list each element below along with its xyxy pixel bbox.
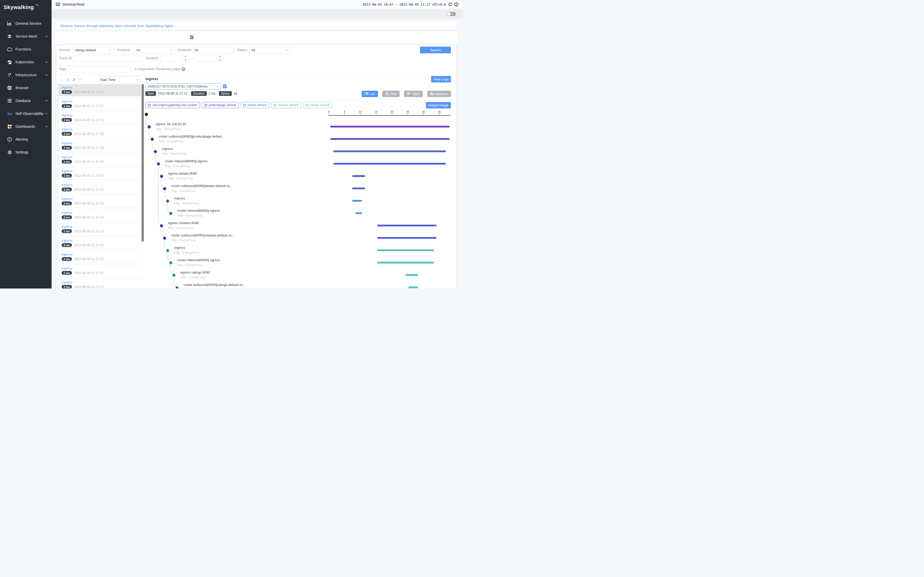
sidebar-item-infrastructure[interactable]: Infrastructure [0, 69, 52, 81]
sidebar-item-self-observability[interactable]: Sw Self Observability [0, 107, 52, 120]
sidebar-item-database[interactable]: Database [0, 94, 52, 107]
span-title[interactable]: egress 34.126.82.50 [156, 122, 186, 126]
view-mode-button[interactable]: List [362, 91, 378, 97]
status-select[interactable]: All [249, 47, 291, 53]
trace-list-item[interactable]: ingress 1 ms 2022-08-05 11:17:22 [57, 265, 141, 277]
span-dot[interactable] [163, 187, 166, 190]
trace-list-item[interactable]: ingress 1 ms 2022-08-05 11:17:25 [57, 153, 141, 166]
span-duration-bar[interactable] [409, 287, 418, 288]
trace-name-link[interactable]: ingress [61, 280, 141, 284]
trace-list-item[interactable]: ingress 2 ms 2022-08-05 11:17:24 [57, 195, 141, 208]
trace-list-item[interactable]: ingress 2 ms 2022-08-05 11:17:26 [57, 126, 141, 138]
span-duration-bar[interactable] [405, 274, 418, 276]
sidebar-item-settings[interactable]: Settings [0, 146, 52, 159]
prev-page-button[interactable]: ‹ [58, 77, 65, 81]
span-title[interactable]: router inbound|9080|| egress [165, 159, 208, 163]
span-dot[interactable] [160, 175, 163, 178]
duration-min-input[interactable] [161, 55, 189, 61]
trace-list-item[interactable]: ingress 2 ms 2022-08-05 11:17:27 [57, 84, 141, 96]
span-dot[interactable] [166, 199, 170, 203]
span-duration-bar[interactable] [333, 150, 446, 152]
duration-max-input[interactable] [195, 55, 223, 61]
help-icon[interactable]: ? [181, 67, 185, 71]
trace-list-item[interactable]: ingress 2 ms 2022-08-05 11:17:24 [57, 209, 141, 221]
trace-name-link[interactable]: ingress [61, 266, 141, 270]
trace-list-item[interactable]: ingress 2 ms 2022-08-05 11:17:25 [57, 168, 141, 180]
sidebar-item-kubernetes[interactable]: Kubernetes [0, 56, 52, 69]
trace-list-item[interactable]: ingress 2 ms 2022-08-05 11:17:22 [57, 279, 141, 288]
span-duration-bar[interactable] [352, 187, 365, 189]
service-select[interactable]: ratings.default [73, 47, 114, 53]
trace-name-link[interactable]: ingress [61, 169, 141, 173]
clipboard-icon[interactable] [190, 35, 194, 39]
trace-name-link[interactable]: ingress [61, 197, 141, 201]
trace-list-item[interactable]: ingress 2 ms 2022-08-05 11:17:23 [57, 237, 141, 249]
span-title[interactable]: router outbound|9080||reviews.default.sv… [171, 234, 234, 237]
sidebar-item-dashboards[interactable]: Dashboards [0, 120, 52, 133]
span-duration-bar[interactable] [330, 126, 450, 127]
span-dot[interactable] [175, 286, 179, 288]
span-title[interactable]: ingress [174, 196, 185, 200]
trace-name-link[interactable]: ingress [61, 225, 141, 229]
sidebar-item-functions[interactable]: Functions [0, 43, 52, 56]
span-dot[interactable] [153, 150, 157, 153]
span-dot[interactable] [172, 274, 176, 277]
trace-list-item[interactable]: ingress 2 ms 2022-08-05 11:17:22 [57, 251, 141, 263]
trace-list-item[interactable]: ingress 1 ms 2022-08-05 11:17:23 [57, 223, 141, 235]
span-duration-bar[interactable] [333, 163, 446, 164]
refresh-icon[interactable] [448, 2, 452, 6]
tags-input[interactable] [69, 66, 131, 73]
trace-list-item[interactable]: ingress 2 ms 2022-08-05 11:17:25 [57, 181, 141, 194]
span-duration-bar[interactable] [377, 225, 436, 226]
span-title[interactable]: egress ratings:9080 [181, 271, 210, 274]
span-dot[interactable] [169, 261, 173, 264]
trace-id-input[interactable] [74, 55, 142, 61]
span-dot[interactable] [169, 212, 173, 215]
trace-name-link[interactable]: ingress [61, 113, 141, 117]
span-dot[interactable] [166, 249, 170, 252]
version-toggle[interactable]: V [447, 12, 456, 16]
instance-select[interactable]: All [134, 47, 175, 53]
view-logs-button[interactable]: View Logs [431, 76, 451, 82]
span-title[interactable]: ingress [162, 147, 173, 151]
copy-trace-id-icon[interactable] [223, 84, 227, 90]
trace-id-select[interactable]: 494f5257-3070-4f78-9761-72677543644a [145, 84, 221, 90]
search-button[interactable]: Search [420, 47, 451, 53]
span-title[interactable]: router inbound|9080|| egress [178, 258, 220, 262]
page-number[interactable]: 1 [65, 77, 71, 81]
trace-name-link[interactable]: ingress [61, 155, 141, 159]
span-title[interactable]: router outbound|9080||productpage.defaul… [159, 134, 224, 138]
span-title[interactable]: router outbound|9080||details.default.sv… [171, 184, 233, 188]
trace-name-link[interactable]: ingress [61, 127, 141, 131]
scrollbar-thumb[interactable] [142, 84, 144, 242]
vocabulary-link[interactable]: Configuration Vocabulary page ? [134, 66, 185, 73]
span-title[interactable]: egress details:9080 [168, 172, 197, 176]
service-legend-chip[interactable]: productpage.default [202, 102, 239, 108]
spinner-controls[interactable] [217, 55, 223, 61]
sort-select[interactable]: Start Time [98, 76, 141, 83]
trace-name-link[interactable]: ingress [61, 183, 141, 187]
trace-list-item[interactable]: ingress 1 ms 2022-08-05 11:17:26 [57, 140, 141, 152]
collapse-sidebar-icon[interactable] [56, 3, 60, 6]
trace-name-link[interactable]: ingress [61, 253, 141, 256]
time-range[interactable]: 2022-08-05 10:47 ~ 2022-08-05 11:17 [362, 3, 430, 6]
page-number[interactable]: 2 [71, 77, 77, 81]
trace-name-link[interactable]: ingress [61, 141, 141, 145]
trace-name-link[interactable]: ingress [61, 100, 141, 103]
sidebar-item-general-service[interactable]: General Service [0, 17, 52, 30]
span-dot[interactable] [160, 224, 163, 227]
view-mode-button[interactable]: Statistics [427, 91, 451, 97]
sidebar-item-browser[interactable]: Browser [0, 81, 52, 94]
span-title[interactable]: router outbound|9080||ratings.default.sv… [184, 283, 245, 287]
span-duration-bar[interactable] [352, 200, 362, 202]
root-span-dot[interactable] [145, 113, 148, 116]
view-mode-button[interactable]: Tree [382, 91, 400, 97]
sidebar-item-service-mesh[interactable]: Service Mesh [0, 30, 52, 43]
span-duration-bar[interactable] [330, 138, 450, 140]
span-dot[interactable] [150, 137, 154, 141]
span-duration-bar[interactable] [377, 237, 436, 239]
service-legend-chip[interactable]: reviews.default [271, 102, 301, 108]
list-scrollbar[interactable] [142, 84, 144, 288]
info-icon[interactable] [454, 2, 459, 6]
trace-name-link[interactable]: ingress [61, 211, 141, 214]
